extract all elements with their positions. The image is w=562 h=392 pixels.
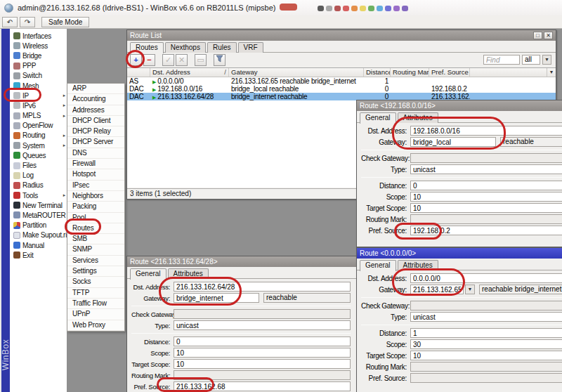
tab-routes[interactable]: Routes	[130, 42, 164, 53]
ip-menu-item-dhcp-server[interactable]: DHCP Server	[67, 137, 124, 148]
ip-menu-item-neighbors[interactable]: Neighbors	[67, 191, 124, 202]
disable-button[interactable]: ✕	[176, 54, 188, 66]
sidebar-item-bridge[interactable]: Bridge	[10, 51, 67, 60]
tab-nexthops[interactable]: Nexthops	[165, 42, 206, 53]
pref-source-field[interactable]	[174, 381, 351, 391]
ip-menu-item-dhcp-relay[interactable]: DHCP Relay	[67, 126, 124, 137]
tab-general[interactable]: General	[360, 112, 396, 124]
distance-field[interactable]	[174, 337, 351, 346]
table-row[interactable]: DAC ▶192.168.0.0/16 bridge_local reachab…	[127, 85, 556, 93]
dst-address-field[interactable]	[410, 126, 562, 136]
undo-button[interactable]: ↶	[2, 17, 18, 27]
tab-attributes[interactable]: Attributes	[398, 260, 438, 270]
tab-rules[interactable]: Rules	[207, 42, 237, 53]
ip-menu-item-smb[interactable]: SMB	[67, 234, 124, 244]
scope-field[interactable]	[410, 192, 562, 202]
ip-menu-item-services[interactable]: Services	[67, 256, 124, 266]
enable-button[interactable]: ✓	[162, 54, 174, 66]
type-field[interactable]	[410, 164, 562, 174]
routing-mark-field[interactable]	[410, 362, 562, 372]
sidebar-item-interfaces[interactable]: Interfaces	[10, 31, 67, 41]
sidebar-item-wireless[interactable]: Wireless	[10, 41, 67, 51]
filter-button[interactable]	[214, 54, 226, 66]
dst-address-field[interactable]	[410, 273, 562, 283]
ip-menu-item-snmp[interactable]: SNMP	[67, 244, 124, 255]
column-pref-source[interactable]: Pref. Source	[429, 68, 470, 77]
sidebar-item-exit[interactable]: Exit	[10, 250, 67, 260]
route-list-titlebar[interactable]: Route List □ ✕	[127, 30, 556, 41]
routing-mark-field[interactable]	[174, 370, 351, 380]
filter-scope-dropdown-icon[interactable]: ▼	[542, 55, 551, 65]
scope-field[interactable]	[174, 348, 351, 358]
gateway-dropdown-icon[interactable]: ▼	[465, 285, 475, 294]
ip-menu-item-dhcp-client[interactable]: DHCP Client	[67, 116, 124, 126]
ip-menu-item-traffic-flow[interactable]: Traffic Flow	[67, 299, 124, 309]
sidebar-item-metarouter[interactable]: MetaROUTER	[10, 210, 67, 220]
column-distance[interactable]: Distance	[364, 68, 391, 77]
type-field[interactable]	[410, 312, 562, 322]
pref-source-field[interactable]	[410, 373, 562, 383]
ip-menu-item-addresses[interactable]: Addresses	[67, 105, 124, 116]
table-row[interactable]: AS ▶0.0.0.0/0 216.133.162.65 reachable b…	[127, 77, 556, 85]
ip-menu-item-dns[interactable]: DNS	[67, 148, 124, 159]
ip-menu-item-accounting[interactable]: Accounting	[67, 94, 124, 105]
target-scope-field[interactable]	[174, 359, 351, 369]
gateway-field[interactable]	[174, 293, 259, 303]
sidebar-item-make-supout[interactable]: Make Supout.rif	[10, 230, 67, 240]
target-scope-field[interactable]	[410, 351, 562, 360]
sidebar-item-manual[interactable]: Manual	[10, 240, 67, 250]
check-gateway-field[interactable]	[174, 309, 351, 319]
sidebar-item-queues[interactable]: Queues	[10, 150, 67, 160]
route-dialog-default-titlebar[interactable]: Route <0.0.0.0/0>	[357, 248, 562, 259]
sidebar-item-switch[interactable]: Switch	[10, 71, 67, 81]
tab-attributes[interactable]: Attributes	[168, 268, 209, 279]
ip-menu-item-tftp[interactable]: TFTP	[67, 288, 124, 299]
routing-mark-field[interactable]	[410, 214, 562, 224]
comment-button[interactable]: ▭	[195, 54, 207, 66]
sidebar-item-openflow[interactable]: OpenFlow	[10, 121, 67, 131]
ip-menu-item-firewall[interactable]: Firewall	[67, 159, 124, 169]
tab-general[interactable]: General	[130, 268, 166, 280]
sidebar-item-tools[interactable]: Tools▸	[10, 190, 67, 200]
safe-mode-button[interactable]: Safe Mode	[41, 17, 89, 27]
scope-field[interactable]	[410, 339, 562, 349]
route-dialog-192-titlebar[interactable]: Route <192.168.0.0/16>	[357, 100, 562, 111]
remove-route-button[interactable]: −	[143, 54, 155, 66]
sidebar-item-mesh[interactable]: Mesh	[10, 81, 67, 91]
filter-scope-select[interactable]: all	[522, 55, 540, 65]
ip-menu-item-upnp[interactable]: UPnP	[67, 309, 124, 320]
ip-menu-item-socks[interactable]: Socks	[67, 277, 124, 287]
check-gateway-field[interactable]	[410, 301, 562, 311]
ip-menu-item-routes[interactable]: Routes	[67, 223, 124, 234]
sidebar-item-partition[interactable]: Partition	[10, 221, 67, 230]
ip-menu-item-hotspot[interactable]: Hotspot	[67, 169, 124, 180]
sidebar-item-system[interactable]: System▸	[10, 141, 67, 150]
ip-menu-item-ipsec[interactable]: IPsec	[67, 181, 124, 191]
gateway-field[interactable]	[410, 285, 464, 294]
tab-general[interactable]: General	[360, 260, 396, 271]
tab-vrf[interactable]: VRF	[238, 42, 263, 53]
target-scope-field[interactable]	[410, 203, 562, 213]
column-dst-address[interactable]: Dst. Address/	[150, 68, 229, 77]
gateway-field[interactable]	[410, 137, 496, 147]
add-route-button[interactable]: +	[130, 54, 142, 66]
ip-menu-item-settings[interactable]: Settings	[67, 266, 124, 277]
sidebar-item-routing[interactable]: Routing▸	[10, 131, 67, 141]
distance-field[interactable]	[410, 181, 562, 190]
sidebar-item-files[interactable]: Files	[10, 160, 67, 170]
ip-menu-item-web-proxy[interactable]: Web Proxy	[67, 320, 124, 331]
distance-field[interactable]	[410, 328, 562, 338]
ip-menu-item-pool[interactable]: Pool	[67, 213, 124, 223]
pref-source-field[interactable]	[410, 226, 562, 235]
close-button[interactable]: ✕	[544, 32, 553, 39]
check-gateway-field[interactable]	[410, 153, 562, 163]
sidebar-item-new-terminal[interactable]: New Terminal	[10, 200, 67, 210]
column-options-icon[interactable]: ▼	[547, 68, 556, 77]
sidebar-item-log[interactable]: Log	[10, 171, 67, 181]
sidebar-item-ipv6[interactable]: IPv6▸	[10, 100, 67, 110]
maximize-button[interactable]: □	[533, 32, 542, 39]
redo-button[interactable]: ↷	[20, 17, 35, 27]
route-dialog-216-titlebar[interactable]: Route <216.133.162.64/28>	[127, 256, 356, 267]
column-flags[interactable]	[127, 68, 150, 77]
ip-menu-item-arp[interactable]: ARP	[67, 84, 124, 94]
